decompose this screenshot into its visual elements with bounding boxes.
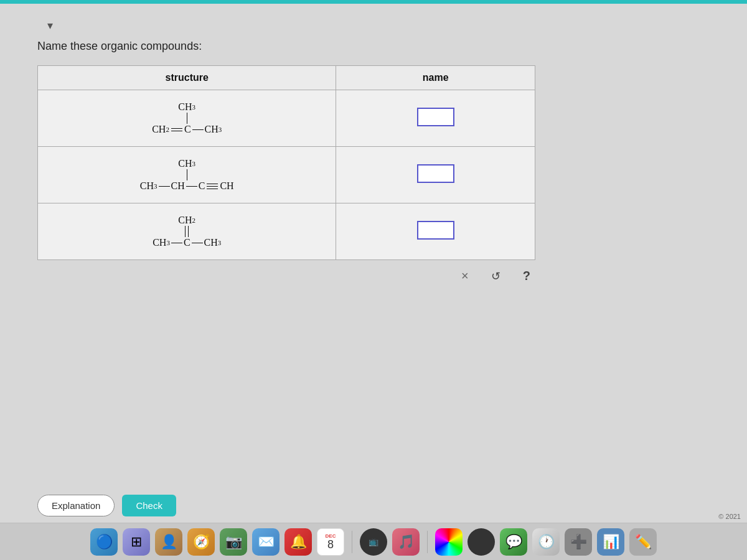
chem-row-main-3: CH3 C CH3 <box>153 237 221 248</box>
table-row: CH3 CH3 CH C <box>38 147 535 203</box>
dock-bar: 🔵 ⊞ 👤 🧭 📷 ✉️ 🔔 DEC 8 📺 🎵 💬 🕐 ➕ 📊 ✏️ <box>0 523 747 560</box>
dock-notification-icon[interactable]: 🔔 <box>284 528 312 556</box>
chem-vert-bond-2 <box>187 169 187 180</box>
table-row: CH3 CH2 C <box>38 90 535 147</box>
bottom-buttons: Explanation Check <box>37 495 176 516</box>
structure-cell-1: CH3 CH2 C <box>38 90 336 147</box>
dock-separator-2 <box>427 531 428 553</box>
dock-plus-icon[interactable]: ➕ <box>565 528 592 556</box>
single-bond-3b <box>192 243 203 243</box>
single-bond-2b <box>186 186 197 187</box>
action-row: × ↺ ? <box>37 266 535 286</box>
dock-music-icon[interactable]: 🎵 <box>392 528 420 556</box>
explanation-button[interactable]: Explanation <box>37 495 115 516</box>
answer-input-1[interactable] <box>417 108 454 126</box>
dock-dark-icon[interactable] <box>467 528 495 556</box>
help-button[interactable]: ? <box>518 266 535 286</box>
chem-row-main-2: CH3 CH C CH <box>140 180 234 192</box>
dock-separator <box>352 531 352 553</box>
col-name-header: name <box>336 66 535 90</box>
name-cell-1 <box>336 90 535 147</box>
structure-cell-2: CH3 CH3 CH C <box>38 147 336 203</box>
dock-stats-icon[interactable]: 📊 <box>597 528 624 556</box>
answer-input-2[interactable] <box>417 164 454 183</box>
question-title: Name these organic compounds: <box>37 40 202 53</box>
main-content: ▾ Name these organic compounds: structur… <box>0 4 747 523</box>
name-cell-2 <box>336 147 535 203</box>
dock-pencil-icon[interactable]: ✏️ <box>629 528 657 556</box>
dock-camera-icon[interactable]: 📷 <box>220 528 247 556</box>
chem-row-top-3: CH2 <box>178 215 195 226</box>
col-structure-header: structure <box>38 66 336 90</box>
dock-launchpad-icon[interactable]: ⊞ <box>123 528 150 556</box>
chevron-area[interactable]: ▾ <box>37 16 62 35</box>
dock-safari-icon[interactable]: 🧭 <box>187 528 215 556</box>
structure-1: CH3 CH2 C <box>57 101 317 135</box>
dock-contacts-icon[interactable]: 👤 <box>155 528 182 556</box>
table-row: CH2 CH3 C <box>38 203 535 260</box>
dock-finder-icon[interactable]: 🔵 <box>90 528 118 556</box>
double-bond-1 <box>171 128 182 131</box>
chevron-down-icon: ▾ <box>47 19 53 32</box>
dock-sysprefs-icon[interactable] <box>435 528 463 556</box>
dock-messages-icon[interactable]: 💬 <box>500 528 527 556</box>
single-bond-1 <box>192 129 204 130</box>
copyright-text: © 2021 <box>718 513 741 520</box>
undo-button[interactable]: ↺ <box>486 267 505 286</box>
triple-bond-2 <box>207 184 218 189</box>
chem-row-top-1: CH3 <box>178 101 195 113</box>
dock-clock-icon[interactable]: 🕐 <box>532 528 560 556</box>
structure-cell-3: CH2 CH3 C <box>38 203 336 260</box>
chem-row-main-1: CH2 C CH3 <box>152 124 222 135</box>
chem-row-top-2: CH3 <box>178 158 195 169</box>
structure-3: CH2 CH3 C <box>57 215 317 248</box>
answer-input-3[interactable] <box>417 221 454 240</box>
structure-2: CH3 CH3 CH C <box>57 158 317 192</box>
compound-table: structure name CH3 <box>37 65 535 260</box>
chem-vert-bond-1 <box>187 113 187 124</box>
dock-mail-icon[interactable]: ✉️ <box>252 528 280 556</box>
single-bond-3a <box>171 243 182 243</box>
calendar-day: 8 <box>327 539 334 550</box>
name-cell-3 <box>336 203 535 260</box>
dock-calendar-icon[interactable]: DEC 8 <box>317 528 344 556</box>
single-bond-2a <box>159 186 170 187</box>
dock-tv-icon[interactable]: 📺 <box>360 528 387 556</box>
check-button[interactable]: Check <box>122 495 176 516</box>
chem-vert-double-bond-3 <box>185 226 189 237</box>
close-button[interactable]: × <box>456 266 474 286</box>
